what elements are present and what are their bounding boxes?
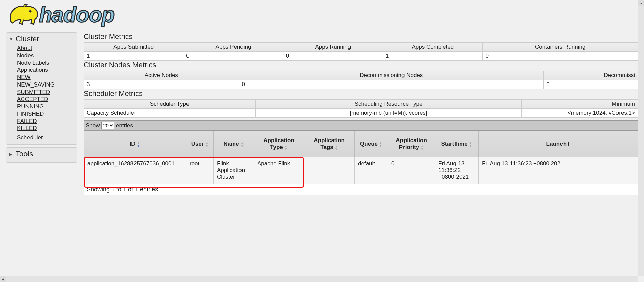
sidebar-item-killed[interactable]: KILLED (17, 125, 37, 131)
sort-icon: ▲▼ (205, 141, 208, 147)
caret-down-icon: ▼ (9, 37, 13, 42)
sidebar-item-running[interactable]: RUNNING (17, 103, 44, 110)
col-scheduler-type: Scheduler Type (84, 100, 256, 109)
link-active-nodes[interactable]: 3 (87, 81, 90, 88)
col-apps-running: Apps Running (283, 43, 383, 52)
val-apps-completed: 1 (383, 52, 483, 61)
col-queue[interactable]: Queue▲▼ (355, 131, 388, 157)
cluster-metrics-table: Apps Submitted Apps Pending Apps Running… (84, 42, 638, 61)
cell-app-type: Apache Flink (254, 157, 304, 184)
col-containers-running: Containers Running (483, 43, 638, 52)
nav-tools-header[interactable]: ▶ Tools (6, 149, 77, 160)
nav-cluster-header[interactable]: ▼ Cluster (6, 34, 77, 45)
val-containers-running: 0 (483, 52, 638, 61)
col-application-type[interactable]: Application Type▲▼ (254, 131, 304, 157)
show-entries-bar: Show 20 entries (84, 120, 638, 131)
nav-tools-title: Tools (16, 150, 33, 158)
sidebar-item-about[interactable]: About (17, 45, 32, 51)
cell-queue: default (355, 157, 388, 184)
sort-icon: ▲▼ (379, 141, 382, 147)
elephant-icon (7, 3, 41, 27)
sort-icon: ▲▼ (420, 145, 424, 151)
val-apps-submitted: 1 (84, 52, 183, 61)
sidebar-item-failed[interactable]: FAILED (17, 118, 37, 124)
col-application-tags[interactable]: Application Tags▲▼ (304, 131, 355, 157)
cell-name: Flink Application Cluster (214, 157, 254, 184)
val-scheduling-resource-type: [memory-mb (unit=Mi), vcores] (256, 109, 522, 118)
col-user[interactable]: User▲▼ (186, 131, 214, 157)
nav-cluster: ▼ Cluster About Nodes Node Labels Applic… (6, 32, 77, 145)
applications-table: ID▲▼ User▲▼ Name▲▼ Application Type▲▼ Ap… (84, 131, 638, 184)
cluster-nodes-metrics-table: Active Nodes Decommissioning Nodes Decom… (84, 71, 638, 89)
val-decommissioning-nodes: 0 (239, 80, 544, 89)
nav-tools: ▶ Tools (6, 147, 77, 163)
col-name[interactable]: Name▲▼ (214, 131, 254, 157)
col-active-nodes: Active Nodes (84, 71, 239, 80)
val-minimum: <memory:1024, vCores:1> (522, 109, 638, 118)
main-content: Cluster Metrics Apps Submitted Apps Pend… (84, 32, 638, 195)
sort-icon: ▲▼ (335, 145, 338, 151)
sidebar-item-applications[interactable]: Applications (17, 67, 48, 73)
sidebar-item-scheduler[interactable]: Scheduler (17, 134, 43, 141)
application-id-link[interactable]: application_1628825767036_0001 (87, 160, 175, 167)
val-active-nodes: 3 (84, 80, 239, 89)
scheduler-metrics-title: Scheduler Metrics (84, 89, 638, 98)
col-decommissioned: Decommissi (544, 71, 638, 80)
sidebar-item-new-saving[interactable]: NEW_SAVING (17, 81, 55, 88)
hadoop-logo: hadoop (7, 3, 638, 27)
col-launchtime[interactable]: LaunchT (479, 131, 638, 157)
col-starttime[interactable]: StartTime▲▼ (435, 131, 479, 157)
cell-launchtime: Fri Aug 13 11:36:23 +0800 202 (479, 157, 638, 184)
svg-point-0 (29, 10, 32, 13)
col-apps-completed: Apps Completed (383, 43, 483, 52)
col-decommissioning-nodes: Decommissioning Nodes (239, 71, 544, 80)
col-minimum: Minimum (522, 100, 638, 109)
sort-icon: ▲▼ (240, 141, 244, 147)
sidebar: ▼ Cluster About Nodes Node Labels Applic… (6, 32, 77, 195)
col-id[interactable]: ID▲▼ (84, 131, 186, 157)
sidebar-item-submitted[interactable]: SUBMITTED (17, 89, 50, 95)
sidebar-item-new[interactable]: NEW (17, 74, 31, 80)
logo-text: hadoop (39, 4, 114, 25)
entries-info: Showing 1 to 1 of 1 entries (84, 184, 638, 195)
entries-label: entries (116, 122, 133, 129)
vertical-scrollbar[interactable]: ▲ (638, 0, 644, 195)
caret-right-icon: ▶ (9, 152, 12, 157)
sort-icon: ▲▼ (137, 141, 140, 147)
col-apps-submitted: Apps Submitted (84, 43, 183, 52)
val-apps-pending: 0 (183, 52, 283, 61)
col-application-priority[interactable]: Application Priority▲▼ (388, 131, 435, 157)
val-scheduler-type: Capacity Scheduler (84, 109, 256, 118)
val-decommissioned: 0 (544, 80, 638, 89)
col-scheduling-resource-type: Scheduling Resource Type (256, 100, 522, 109)
show-label: Show (86, 122, 100, 129)
sidebar-item-nodes[interactable]: Nodes (17, 52, 34, 59)
nav-cluster-title: Cluster (16, 35, 39, 43)
scroll-up-icon[interactable]: ▲ (638, 0, 644, 6)
cell-app-tags (304, 157, 355, 184)
col-apps-pending: Apps Pending (183, 43, 283, 52)
page-size-select[interactable]: 20 (101, 122, 114, 129)
link-decommissioned[interactable]: 0 (546, 81, 549, 88)
cell-id: application_1628825767036_0001 (84, 157, 186, 184)
val-apps-running: 0 (283, 52, 383, 61)
cluster-nodes-metrics-title: Cluster Nodes Metrics (84, 61, 638, 69)
sidebar-item-accepted[interactable]: ACCEPTED (17, 96, 48, 102)
sort-icon: ▲▼ (469, 141, 472, 147)
sidebar-item-finished[interactable]: FINISHED (17, 111, 44, 117)
cell-user: root (186, 157, 214, 184)
sidebar-item-node-labels[interactable]: Node Labels (17, 60, 49, 66)
scheduler-metrics-table: Scheduler Type Scheduling Resource Type … (84, 99, 638, 118)
table-row: application_1628825767036_0001 root Flin… (84, 157, 638, 184)
cluster-metrics-title: Cluster Metrics (84, 32, 638, 41)
cell-starttime: Fri Aug 13 11:36:22 +0800 2021 (435, 157, 479, 184)
link-decommissioning-nodes[interactable]: 0 (242, 81, 245, 88)
cell-priority: 0 (388, 157, 435, 184)
sort-icon: ▲▼ (284, 145, 288, 151)
